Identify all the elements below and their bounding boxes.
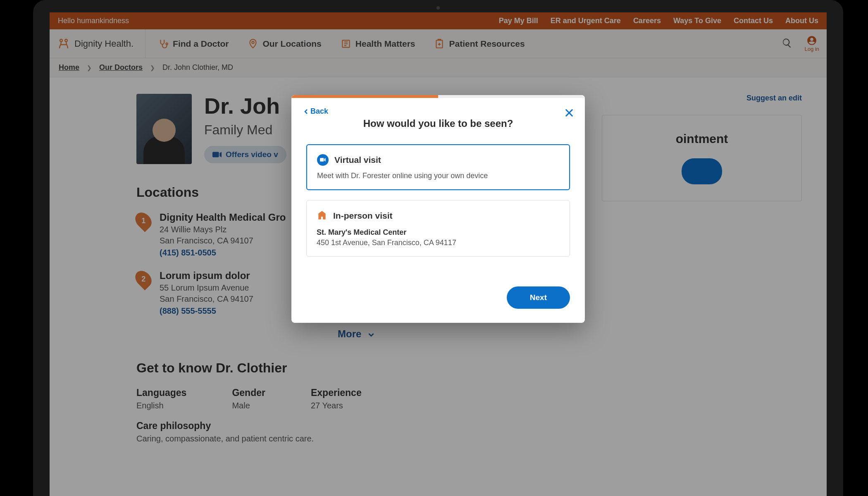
modal-footer: Next bbox=[291, 278, 585, 323]
option-center-name: St. Mary's Medical Center bbox=[317, 228, 560, 237]
modal-header: Back How would you like to be seen? bbox=[291, 98, 585, 144]
chevron-left-icon bbox=[304, 109, 309, 114]
modal-close-button[interactable] bbox=[563, 107, 575, 120]
option-virtual-visit[interactable]: Virtual visit Meet with Dr. Forester onl… bbox=[306, 144, 570, 190]
visit-type-modal: Back How would you like to be seen? Virt… bbox=[291, 95, 585, 323]
next-button[interactable]: Next bbox=[507, 286, 570, 309]
option-description: Meet with Dr. Forester online using your… bbox=[317, 172, 559, 180]
back-label: Back bbox=[310, 107, 328, 116]
modal-title: How would you like to be seen? bbox=[304, 118, 572, 129]
option-header: Virtual visit bbox=[317, 154, 559, 166]
option-title: In-person visit bbox=[333, 211, 393, 221]
device-camera bbox=[436, 6, 440, 10]
modal-body: Virtual visit Meet with Dr. Forester onl… bbox=[291, 144, 585, 278]
option-address: 450 1st Avenue, San Francisco, CA 94117 bbox=[317, 238, 560, 247]
modal-back-button[interactable]: Back bbox=[304, 107, 328, 116]
option-in-person-visit[interactable]: In-person visit St. Mary's Medical Cente… bbox=[306, 200, 570, 257]
device-frame: Hello humankindness Pay My Bill ER and U… bbox=[33, 0, 843, 496]
video-circle-icon bbox=[317, 154, 329, 166]
modal-progress-bar bbox=[291, 95, 585, 98]
close-icon bbox=[563, 107, 575, 119]
building-icon bbox=[317, 210, 327, 222]
option-header: In-person visit bbox=[317, 210, 560, 222]
screen: Hello humankindness Pay My Bill ER and U… bbox=[50, 12, 827, 496]
option-title: Virtual visit bbox=[334, 155, 381, 165]
